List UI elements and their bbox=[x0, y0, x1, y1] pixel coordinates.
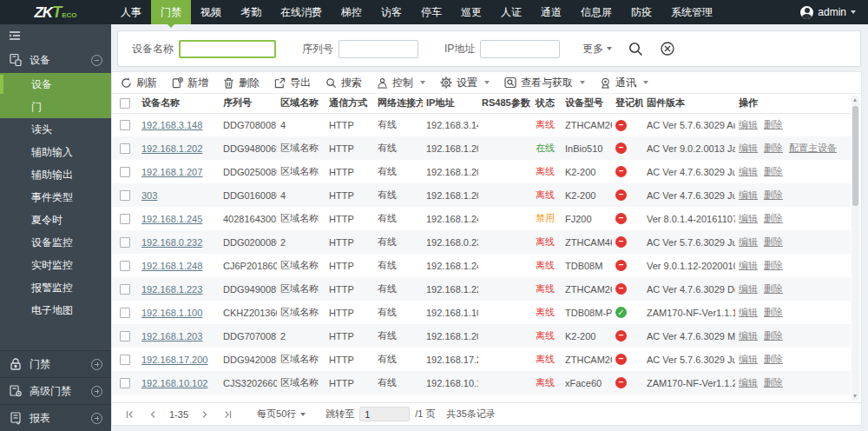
sidebar-item[interactable]: 门 bbox=[0, 96, 111, 118]
sidebar-item[interactable]: 读头 bbox=[0, 118, 111, 141]
device-name-link[interactable]: 192.168.1.100 bbox=[141, 308, 202, 318]
device-name-link[interactable]: 192.168.10.102 bbox=[141, 378, 207, 388]
row-checkbox[interactable] bbox=[120, 237, 130, 248]
comms-button[interactable]: 通讯 bbox=[600, 76, 648, 90]
vertical-scrollbar[interactable] bbox=[852, 96, 859, 401]
export-button[interactable]: 导出 bbox=[274, 76, 311, 90]
sidebar-item[interactable]: 辅助输入 bbox=[0, 141, 111, 163]
edit-link[interactable]: 编辑 bbox=[739, 236, 758, 247]
edit-link[interactable]: 编辑 bbox=[739, 189, 758, 200]
row-checkbox[interactable] bbox=[120, 190, 130, 201]
settings-button[interactable]: 设置 bbox=[440, 76, 490, 90]
table-search-button[interactable]: 搜索 bbox=[326, 76, 362, 90]
view-get-button[interactable]: 查看与获取 bbox=[504, 76, 585, 90]
sidebar-item[interactable]: 电子地图 bbox=[0, 299, 111, 322]
sidebar-item[interactable]: 实时监控 bbox=[0, 254, 111, 276]
nav-item[interactable]: 停车 bbox=[411, 0, 451, 24]
nav-item[interactable]: 访客 bbox=[372, 0, 411, 24]
scroll-down-icon[interactable] bbox=[853, 395, 857, 398]
nav-item[interactable]: 视频 bbox=[191, 0, 231, 24]
nav-item[interactable]: 信息屏 bbox=[571, 0, 621, 24]
row-checkbox[interactable] bbox=[120, 355, 130, 365]
device-name-link[interactable]: 192.168.17.200 bbox=[141, 355, 207, 365]
nav-item[interactable]: 考勤 bbox=[231, 0, 271, 24]
nav-item[interactable]: 通道 bbox=[531, 0, 571, 24]
serial-filter-input[interactable] bbox=[339, 40, 418, 58]
edit-link[interactable]: 编辑 bbox=[739, 166, 758, 176]
row-checkbox[interactable] bbox=[120, 378, 130, 388]
expand-plus-icon[interactable] bbox=[91, 359, 102, 370]
delete-link[interactable]: 删除 bbox=[764, 377, 783, 388]
search-icon[interactable] bbox=[628, 41, 644, 57]
edit-link[interactable]: 编辑 bbox=[739, 283, 758, 294]
delete-link[interactable]: 删除 bbox=[764, 213, 783, 223]
scrollbar-thumb[interactable] bbox=[852, 106, 858, 206]
nav-item[interactable]: 梯控 bbox=[332, 0, 372, 24]
device-name-link[interactable]: 192.168.1.203 bbox=[141, 331, 202, 341]
menu-collapse-icon[interactable] bbox=[8, 29, 22, 43]
edit-link[interactable]: 编辑 bbox=[739, 119, 758, 129]
row-checkbox[interactable] bbox=[120, 284, 130, 295]
sidebar-item[interactable]: 辅助输出 bbox=[0, 163, 111, 186]
next-page-button[interactable] bbox=[198, 410, 212, 419]
first-page-button[interactable] bbox=[122, 410, 138, 419]
row-checkbox[interactable] bbox=[120, 167, 130, 177]
row-checkbox[interactable] bbox=[120, 331, 130, 341]
edit-link[interactable]: 编辑 bbox=[739, 213, 758, 223]
device-name-link[interactable]: 303 bbox=[141, 190, 157, 201]
nav-item[interactable]: 人证 bbox=[491, 0, 531, 24]
sidebar-group-access[interactable]: 门禁 bbox=[0, 350, 111, 377]
nav-item[interactable]: 人事 bbox=[111, 0, 151, 24]
edit-link[interactable]: 编辑 bbox=[739, 143, 758, 153]
row-checkbox[interactable] bbox=[120, 214, 130, 224]
sidebar-group-advanced-access[interactable]: 高级门禁 bbox=[0, 377, 111, 404]
delete-link[interactable]: 删除 bbox=[764, 354, 783, 364]
device-name-link[interactable]: 192.168.1.248 bbox=[141, 261, 202, 271]
ip-filter-input[interactable] bbox=[480, 40, 560, 58]
delete-link[interactable]: 删除 bbox=[764, 307, 783, 317]
sidebar-item[interactable]: 报警监控 bbox=[0, 276, 111, 299]
edit-link[interactable]: 编辑 bbox=[739, 260, 758, 270]
edit-link[interactable]: 编辑 bbox=[739, 307, 758, 317]
sidebar-group-device[interactable]: 设备 bbox=[0, 47, 111, 73]
nav-item[interactable]: 门禁 bbox=[151, 0, 191, 24]
delete-link[interactable]: 删除 bbox=[764, 283, 783, 294]
expand-plus-icon[interactable] bbox=[91, 386, 102, 397]
device-name-link[interactable]: 192.168.1.223 bbox=[141, 284, 202, 295]
expand-plus-icon[interactable] bbox=[91, 413, 102, 424]
jump-to-page-input[interactable] bbox=[359, 407, 410, 421]
sidebar-group-reports[interactable]: 报表 bbox=[0, 404, 111, 431]
prev-page-button[interactable] bbox=[146, 410, 160, 419]
control-button[interactable]: 控制 bbox=[377, 76, 425, 90]
sidebar-item[interactable]: 事件类型 bbox=[0, 186, 111, 209]
delete-button[interactable]: 删除 bbox=[223, 76, 260, 90]
device-name-link[interactable]: 192.168.1.245 bbox=[141, 214, 202, 224]
device-name-link[interactable]: 192.168.1.202 bbox=[141, 143, 202, 154]
delete-link[interactable]: 删除 bbox=[764, 143, 783, 153]
sidebar-item[interactable]: 设备 bbox=[0, 73, 111, 96]
device-name-link[interactable]: 192.168.3.148 bbox=[141, 120, 202, 130]
delete-link[interactable]: 删除 bbox=[764, 119, 783, 129]
edit-link[interactable]: 编辑 bbox=[739, 377, 758, 388]
edit-link[interactable]: 编辑 bbox=[739, 330, 758, 341]
device-name-link[interactable]: 192.168.1.207 bbox=[141, 167, 202, 177]
sidebar-item[interactable]: 设备监控 bbox=[0, 231, 111, 254]
device-name-link[interactable]: 192.168.0.232 bbox=[141, 237, 202, 248]
more-filters-button[interactable]: 更多 bbox=[582, 42, 612, 56]
sidebar-item[interactable]: 夏令时 bbox=[0, 209, 111, 231]
user-menu[interactable]: admin bbox=[800, 6, 868, 19]
delete-link[interactable]: 删除 bbox=[764, 330, 783, 341]
select-all-checkbox[interactable] bbox=[120, 98, 130, 109]
collapse-minus-icon[interactable] bbox=[91, 55, 102, 66]
nav-item[interactable]: 防疫 bbox=[621, 0, 661, 24]
row-checkbox[interactable] bbox=[120, 143, 130, 154]
row-checkbox[interactable] bbox=[120, 120, 130, 130]
nav-item[interactable]: 系统管理 bbox=[661, 0, 722, 24]
row-checkbox[interactable] bbox=[120, 261, 130, 271]
refresh-button[interactable]: 刷新 bbox=[121, 76, 157, 90]
delete-link[interactable]: 删除 bbox=[764, 166, 783, 176]
edit-link[interactable]: 编辑 bbox=[739, 354, 758, 364]
delete-link[interactable]: 删除 bbox=[764, 260, 783, 270]
nav-item[interactable]: 巡更 bbox=[451, 0, 491, 24]
clear-filters-icon[interactable] bbox=[660, 41, 675, 56]
